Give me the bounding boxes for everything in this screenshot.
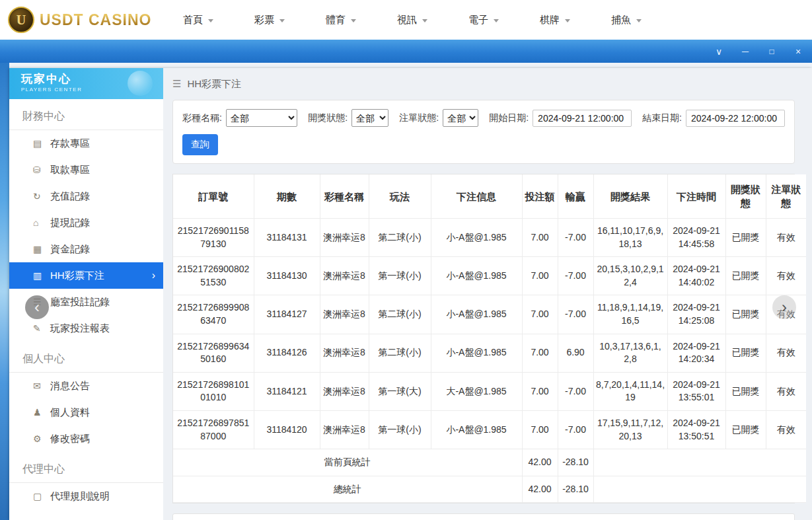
sidebar-item-withdrawal-records[interactable]: ⌂提現記錄 xyxy=(9,209,163,236)
chevron-down-icon xyxy=(208,19,213,22)
column-header: 投注額 xyxy=(522,174,558,219)
start-date-input[interactable] xyxy=(533,110,632,127)
cell-bet-info: 大-A盤@1.985 xyxy=(431,372,522,410)
cell-order-status: 有效 xyxy=(766,372,806,410)
summary-empty xyxy=(593,476,806,503)
cell-bet-info: 小-A盤@1.985 xyxy=(431,219,522,257)
column-header: 期數 xyxy=(254,174,320,219)
end-date-input[interactable] xyxy=(686,110,785,127)
cell-bet-info: 小-A盤@1.985 xyxy=(431,334,522,372)
hamburger-menu-icon[interactable]: ☰ xyxy=(172,78,181,90)
column-header: 訂單號 xyxy=(173,174,254,219)
sidebar-item-deposit-area[interactable]: ▤存款專區 xyxy=(9,130,163,157)
cell-result: 10,3,17,13,6,1,2,8 xyxy=(593,334,667,372)
search-button[interactable]: 查詢 xyxy=(182,134,218,155)
cell-order-status: 有效 xyxy=(766,410,806,449)
cell-period: 31184126 xyxy=(254,334,320,372)
cell-amount: 7.00 xyxy=(522,334,558,372)
bet-table: 訂單號期數彩種名稱玩法下注信息投注額輸贏開獎結果下注時間開獎狀態注單狀態 215… xyxy=(173,174,806,503)
end-date-label: 結束日期: xyxy=(642,112,682,124)
cell-bet-info: 小-A盤@1.985 xyxy=(431,410,522,449)
cell-amount: 7.00 xyxy=(522,219,558,257)
cell-time: 2024-09-21 14:45:58 xyxy=(667,219,725,257)
carousel-prev-button[interactable]: ‹ xyxy=(25,295,49,319)
nav-item-label: 電子 xyxy=(468,14,488,26)
cell-lottery: 澳洲幸运8 xyxy=(320,410,369,449)
nav-item-live[interactable]: 視訊 xyxy=(397,14,427,26)
nav-item-slots[interactable]: 電子 xyxy=(468,14,499,26)
collapse-icon[interactable]: ∨ xyxy=(714,47,723,56)
cell-result: 17,15,9,11,7,12,20,13 xyxy=(593,410,667,449)
top-bar: U USDT CASINO 首頁彩票體育視訊電子棋牌捕魚 xyxy=(0,0,812,40)
summary-win-loss: -28.10 xyxy=(558,476,593,503)
logo-badge-icon: U xyxy=(8,7,34,33)
cell-order-status: 有效 xyxy=(766,334,806,372)
column-header: 開獎結果 xyxy=(593,174,667,219)
carousel-next-button[interactable]: › xyxy=(772,295,796,319)
lottery-bet-icon: ▥ xyxy=(33,270,50,281)
sidebar-item-recharge-records[interactable]: ↻充值記錄 xyxy=(9,183,163,209)
sidebar-item-funds-records[interactable]: ▦資金記錄 xyxy=(9,236,163,262)
table-row: 215217268996345016031184126澳洲幸运8第二球(小)小-… xyxy=(173,334,806,372)
sidebar-item-agent-rules[interactable]: ▢代理規則說明 xyxy=(9,483,163,509)
cell-draw-status: 已開獎 xyxy=(725,410,766,449)
table-footer: 每頁顯示20條 共6条 首页 上一页 1 下一页 第 页 跳转 xyxy=(172,513,795,520)
site-logo[interactable]: U USDT CASINO xyxy=(8,7,157,33)
sidebar-item-label: 消息公告 xyxy=(50,380,90,392)
sidebar-item-player-bet-report[interactable]: ✎玩家投注報表 xyxy=(9,315,163,342)
cell-order-id: 2152172689810101010 xyxy=(173,372,254,410)
cell-amount: 7.00 xyxy=(522,295,558,334)
column-header: 注單狀態 xyxy=(766,174,806,219)
desktop-area: 玩家中心 PLAYERS CENTER 財務中心▤存款專區⛁取款專區↻充值記錄⌂… xyxy=(0,63,812,520)
sidebar-item-withdraw-area[interactable]: ⛁取款專區 xyxy=(9,157,163,183)
cell-period: 31184131 xyxy=(254,219,320,257)
order-status-select[interactable]: 全部 xyxy=(443,109,478,127)
maximize-icon[interactable]: □ xyxy=(767,48,776,56)
cell-period: 31184121 xyxy=(254,372,320,410)
close-icon[interactable]: × xyxy=(794,47,803,56)
cell-time: 2024-09-21 13:50:51 xyxy=(667,410,725,449)
cell-result: 16,11,10,17,6,9,18,13 xyxy=(593,219,667,257)
nav-item-lottery[interactable]: 彩票 xyxy=(254,14,285,26)
cell-bet-info: 小-A盤@1.985 xyxy=(431,257,522,295)
summary-empty xyxy=(593,449,806,476)
cell-draw-status: 已開獎 xyxy=(725,334,766,372)
sidebar-item-announcements[interactable]: ✉消息公告 xyxy=(9,373,163,399)
sidebar-section-title-agent: 代理中心 xyxy=(9,452,163,483)
nav-item-fishing[interactable]: 捕魚 xyxy=(611,14,642,26)
cell-amount: 7.00 xyxy=(522,257,558,295)
cell-play: 第二球(小) xyxy=(369,295,431,334)
chevron-right-icon: › xyxy=(152,270,155,281)
lottery-name-label: 彩種名稱: xyxy=(182,112,222,124)
nav-item-sports[interactable]: 體育 xyxy=(326,14,356,26)
bet-table-panel: 訂單號期數彩種名稱玩法下注信息投注額輸贏開獎結果下注時間開獎狀態注單狀態 215… xyxy=(172,174,795,503)
cell-win-loss: -7.00 xyxy=(558,372,593,410)
sidebar-item-hh-lottery-bets[interactable]: ▥HH彩票下注› xyxy=(9,262,163,289)
chevron-left-icon: ‹ xyxy=(34,298,40,316)
sidebar-item-change-password[interactable]: ⚙修改密碼 xyxy=(9,426,163,452)
nav-item-home[interactable]: 首頁 xyxy=(183,14,213,26)
sidebar-section-title-finance: 財務中心 xyxy=(9,99,163,130)
lottery-name-select[interactable]: 全部 xyxy=(226,109,297,127)
nav-item-label: 棋牌 xyxy=(540,14,560,26)
column-header: 開獎狀態 xyxy=(725,174,766,219)
summary-label: 當前頁統計 xyxy=(173,449,522,476)
summary-row: 總統計42.00-28.10 xyxy=(173,476,806,503)
cell-amount: 7.00 xyxy=(522,372,558,410)
cell-period: 31184130 xyxy=(254,257,320,295)
sidebar-item-profile[interactable]: ♟個人資料 xyxy=(9,399,163,426)
withdrawal-record-icon: ⌂ xyxy=(33,217,50,228)
chevron-down-icon xyxy=(565,19,570,22)
nav-item-label: 首頁 xyxy=(183,14,203,26)
table-row: 215217268999086347031184127澳洲幸运8第二球(小)小-… xyxy=(173,295,806,334)
cell-win-loss: -7.00 xyxy=(558,295,593,334)
bet-table-body: 215217269011587913031184131澳洲幸运8第二球(小)小-… xyxy=(173,219,806,503)
cell-draw-status: 已開獎 xyxy=(725,219,766,257)
summary-row: 當前頁統計42.00-28.10 xyxy=(173,449,806,476)
cell-result: 11,18,9,1,14,19,16,5 xyxy=(593,295,667,334)
window-controls: ∨ ─ □ × xyxy=(714,47,803,56)
nav-item-cards[interactable]: 棋牌 xyxy=(540,14,570,26)
cell-order-id: 2152172690115879130 xyxy=(173,219,254,257)
draw-status-select[interactable]: 全部 xyxy=(351,109,388,127)
minimize-icon[interactable]: ─ xyxy=(741,47,750,56)
